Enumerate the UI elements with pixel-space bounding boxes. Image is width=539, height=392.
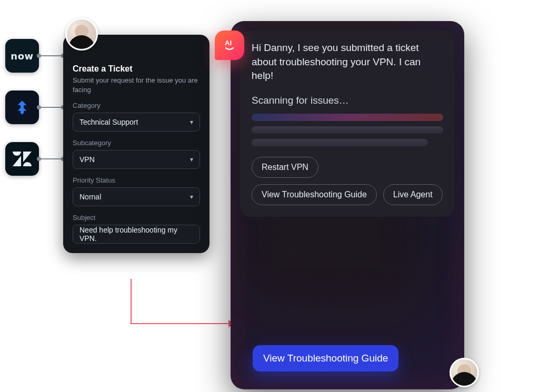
priority-label: Priority Status <box>73 176 200 184</box>
category-select[interactable]: Technical Support ▾ <box>73 113 200 132</box>
stage: now Create a Ticket Submit your request … <box>0 0 539 392</box>
progress-bar <box>252 139 428 146</box>
subcategory-value: VPN <box>79 155 95 164</box>
subject-label: Subject <box>73 214 200 222</box>
ticket-form-title: Create a Ticket <box>73 64 200 74</box>
ai-scanning-text: Scanning for issues… <box>252 95 443 106</box>
servicenow-logo-icon: now <box>11 51 33 62</box>
priority-select[interactable]: Nornal ▾ <box>73 187 200 206</box>
ai-suggested-actions: Restart VPN View Troubleshooting Guide L… <box>252 157 443 205</box>
integration-tile-jira[interactable] <box>5 91 39 124</box>
subcategory-label: Subcategory <box>73 139 200 147</box>
integration-tile-zendesk[interactable] <box>5 142 39 176</box>
ai-greeting-text: Hi Danny, I see you submitted a ticket a… <box>252 41 443 83</box>
requester-avatar <box>65 18 98 51</box>
replier-avatar <box>450 358 479 387</box>
chevron-down-icon: ▾ <box>190 118 193 126</box>
subject-input[interactable]: Need help troubleshooting my VPN. <box>73 225 200 244</box>
priority-value: Nornal <box>79 193 101 201</box>
ai-assistant-panel: Hi Danny, I see you submitted a ticket a… <box>231 21 464 389</box>
flow-line-vertical <box>131 279 132 323</box>
connector-line <box>39 158 63 159</box>
connector-line <box>39 107 63 108</box>
ai-badge: AI <box>215 31 244 60</box>
category-value: Technical Support <box>79 118 138 126</box>
integration-tile-servicenow[interactable]: now <box>5 39 39 73</box>
chevron-down-icon: ▾ <box>190 156 193 163</box>
chevron-down-icon: ▾ <box>190 193 193 200</box>
jira-logo-icon <box>13 98 31 116</box>
action-view-guide-button[interactable]: View Troubleshooting Guide <box>252 184 377 205</box>
ticket-form-subtitle: Submit your request for the issue you ar… <box>73 76 200 94</box>
progress-bar <box>252 126 443 134</box>
ai-badge-icon: AI <box>222 37 237 53</box>
svg-text:AI: AI <box>225 39 232 47</box>
connector-line <box>39 55 63 56</box>
ai-message-card: Hi Danny, I see you submitted a ticket a… <box>240 31 455 217</box>
action-restart-vpn-button[interactable]: Restart VPN <box>252 157 318 178</box>
user-reply-pill[interactable]: View Troubleshooting Guide <box>253 345 398 371</box>
user-reply-text: View Troubleshooting Guide <box>263 353 388 364</box>
category-label: Category <box>73 102 200 109</box>
progress-bar <box>252 114 443 121</box>
ticket-form-card: Create a Ticket Submit your request for … <box>63 35 209 253</box>
subject-value: Need help troubleshooting my VPN. <box>79 226 193 243</box>
scan-progress <box>252 114 443 146</box>
flow-line-horizontal <box>131 323 229 324</box>
zendesk-logo-icon <box>13 152 32 166</box>
action-live-agent-button[interactable]: Live Agent <box>383 184 443 205</box>
subcategory-select[interactable]: VPN ▾ <box>73 150 200 169</box>
